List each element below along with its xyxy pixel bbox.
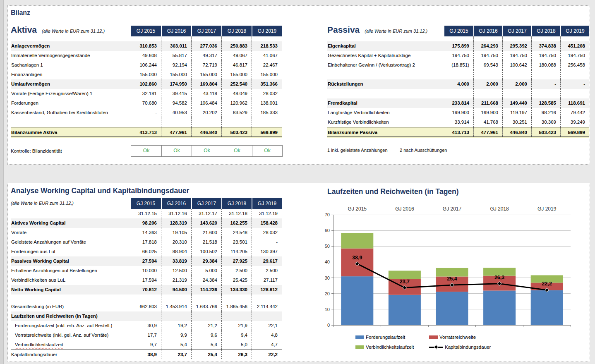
cell-value[interactable]: 256.458 xyxy=(560,60,589,70)
cell-value[interactable]: 106.484 xyxy=(191,98,221,108)
cell-value[interactable]: 218.533 xyxy=(252,41,282,51)
cell-value[interactable]: 41.067 xyxy=(252,51,282,60)
cell-value[interactable]: 22,1 xyxy=(252,321,282,330)
cell-value[interactable]: 5,4 xyxy=(191,340,221,350)
cell-value[interactable]: 55.817 xyxy=(161,51,191,60)
cell-value[interactable]: 17,7 xyxy=(131,330,161,340)
cell-value[interactable]: 33.914 xyxy=(444,117,473,127)
cell-value[interactable]: 21,9 xyxy=(221,321,252,330)
cell-value[interactable]: 1.865.456 xyxy=(221,302,252,311)
cell-value[interactable]: 20.202 xyxy=(191,108,221,117)
cell-value[interactable]: 9,4 xyxy=(221,330,252,340)
cell-value[interactable]: 92.194 xyxy=(161,60,191,70)
cell-value[interactable]: 194.750 xyxy=(444,51,473,60)
cell-value[interactable]: 100.642 xyxy=(502,60,531,70)
cell-value[interactable]: 413.713 xyxy=(444,127,473,136)
cell-value[interactable]: 49.067 xyxy=(221,51,252,60)
cell-value[interactable]: 31.12.19 xyxy=(252,209,282,218)
kontrolle-ok-cell[interactable]: Ok xyxy=(161,146,192,156)
cell-value[interactable]: 48.049 xyxy=(221,89,252,98)
cell-value[interactable]: 20.310 xyxy=(161,237,191,247)
cell-value[interactable]: 155.000 xyxy=(131,70,161,79)
cell-value[interactable]: 374.838 xyxy=(531,41,560,51)
kontrolle-ok-cell[interactable]: Ok xyxy=(131,146,161,156)
cell-value[interactable]: 303.011 xyxy=(161,41,191,51)
cell-value[interactable]: - xyxy=(252,237,282,247)
cell-value[interactable]: 477.961 xyxy=(473,127,502,136)
cell-value[interactable]: 23,7 xyxy=(161,350,191,359)
cell-value[interactable]: 155.000 xyxy=(161,70,191,79)
cell-value[interactable]: 28.032 xyxy=(252,89,282,98)
cell-value[interactable]: 199.900 xyxy=(444,108,473,117)
cell-value[interactable]: 39.249 xyxy=(560,117,589,127)
cell-value[interactable]: 130.397 xyxy=(252,247,282,256)
cell-value[interactable]: 29.617 xyxy=(252,256,282,266)
cell-value[interactable]: 21.600 xyxy=(191,228,221,237)
cell-value[interactable]: 12.500 xyxy=(161,266,191,275)
cell-value[interactable]: 2.114.442 xyxy=(252,302,282,311)
cell-value[interactable]: 446.840 xyxy=(191,127,221,136)
cell-value[interactable]: 175.899 xyxy=(444,41,473,51)
cell-value[interactable]: 94.500 xyxy=(161,285,191,295)
cell-value[interactable]: 98.206 xyxy=(131,218,161,228)
cell-value[interactable]: 70.612 xyxy=(131,285,161,295)
cell-value[interactable]: 19,2 xyxy=(161,321,191,330)
cell-value[interactable]: 106.244 xyxy=(131,60,161,70)
cell-value[interactable]: 31.12.18 xyxy=(221,209,252,218)
cell-value[interactable]: 252.540 xyxy=(221,79,252,89)
cell-value[interactable]: 1.453.914 xyxy=(161,302,191,311)
cell-value[interactable]: 194.750 xyxy=(473,51,502,60)
cell-value[interactable]: 155.000 xyxy=(252,70,282,79)
cell-value[interactable]: 194.750 xyxy=(560,51,589,60)
cell-value[interactable]: 24.384 xyxy=(191,275,221,285)
cell-value[interactable]: 66.025 xyxy=(131,247,161,256)
cell-value[interactable]: 158.428 xyxy=(252,218,282,228)
cell-value[interactable]: 264.293 xyxy=(473,41,502,51)
cell-value[interactable]: 30.369 xyxy=(531,117,560,127)
cell-value[interactable]: 4,8 xyxy=(252,330,282,340)
cell-value[interactable]: 31.12.17 xyxy=(191,209,221,218)
kontrolle-ok-cell[interactable]: Ok xyxy=(252,146,282,156)
cell-value[interactable]: 128.812 xyxy=(252,285,282,295)
cell-value[interactable]: 128.585 xyxy=(531,98,560,108)
cell-value[interactable]: 503.423 xyxy=(221,127,252,136)
cell-value[interactable]: 569.899 xyxy=(560,127,589,136)
cell-value[interactable]: 33.819 xyxy=(161,256,191,266)
cell-value[interactable]: 138.001 xyxy=(252,98,282,108)
cell-value[interactable]: 25,4 xyxy=(191,350,221,359)
cell-value[interactable]: 49.608 xyxy=(131,51,161,60)
cell-value[interactable]: 102.860 xyxy=(131,79,161,89)
cell-value[interactable]: 17.594 xyxy=(131,275,161,285)
kontrolle-ok-cell[interactable]: Ok xyxy=(222,146,252,156)
cell-value[interactable]: 174.950 xyxy=(161,79,191,89)
cell-value[interactable]: 2.500 xyxy=(221,266,252,275)
cell-value[interactable]: 46.817 xyxy=(221,60,252,70)
cell-value[interactable]: - xyxy=(560,79,589,89)
cell-value[interactable]: 27.925 xyxy=(221,256,252,266)
cell-value[interactable]: 88.904 xyxy=(161,247,191,256)
cell-value[interactable]: 250.883 xyxy=(221,41,252,51)
cell-value[interactable]: 2.000 xyxy=(473,79,502,89)
cell-value[interactable]: 128.319 xyxy=(161,218,191,228)
cell-value[interactable]: 21.518 xyxy=(191,237,221,247)
cell-value[interactable]: 114.205 xyxy=(221,247,252,256)
cell-value[interactable]: 32.181 xyxy=(131,89,161,98)
cell-value[interactable]: 277.036 xyxy=(191,41,221,51)
cell-value[interactable]: 83.529 xyxy=(221,108,252,117)
cell-value[interactable]: 17.818 xyxy=(131,237,161,247)
cell-value[interactable]: 5,4 xyxy=(161,340,191,350)
cell-value[interactable]: 185.333 xyxy=(252,108,282,117)
cell-value[interactable]: 39.415 xyxy=(161,89,191,98)
cell-value[interactable]: 29.384 xyxy=(191,256,221,266)
cell-value[interactable]: 9,7 xyxy=(131,340,161,350)
cell-value[interactable]: 446.840 xyxy=(502,127,531,136)
cell-value[interactable]: 22.467 xyxy=(252,60,282,70)
cell-value[interactable]: 31.12.15 xyxy=(131,209,161,218)
cell-value[interactable]: 310.853 xyxy=(131,41,161,51)
cell-value[interactable]: 119.197 xyxy=(502,108,531,117)
cell-value[interactable]: 662.803 xyxy=(131,302,161,311)
cell-value[interactable]: 30.251 xyxy=(502,117,531,127)
cell-value[interactable]: 351.366 xyxy=(252,79,282,89)
cell-value[interactable]: 94.582 xyxy=(161,98,191,108)
cell-value[interactable]: 10.000 xyxy=(131,266,161,275)
